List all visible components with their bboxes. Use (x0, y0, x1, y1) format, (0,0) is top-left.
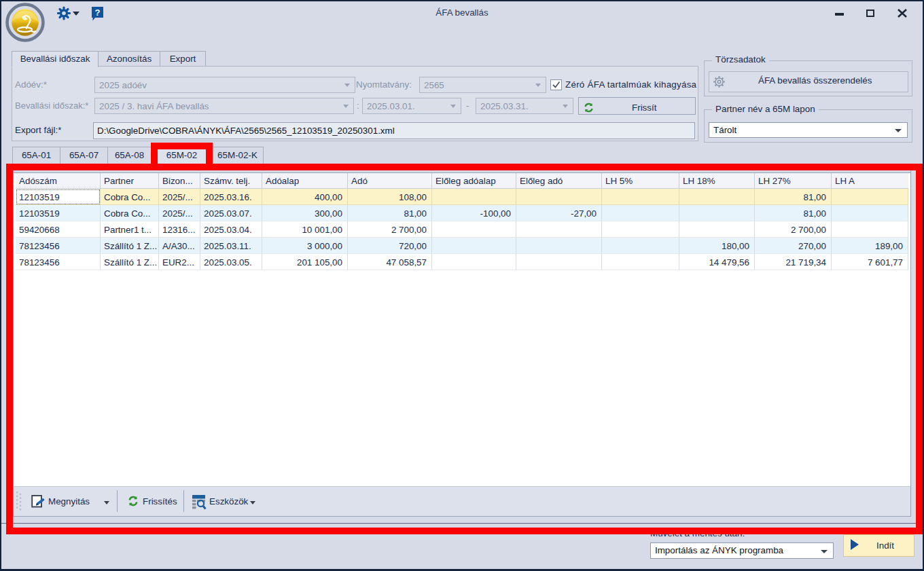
svg-text:?: ? (95, 7, 101, 18)
